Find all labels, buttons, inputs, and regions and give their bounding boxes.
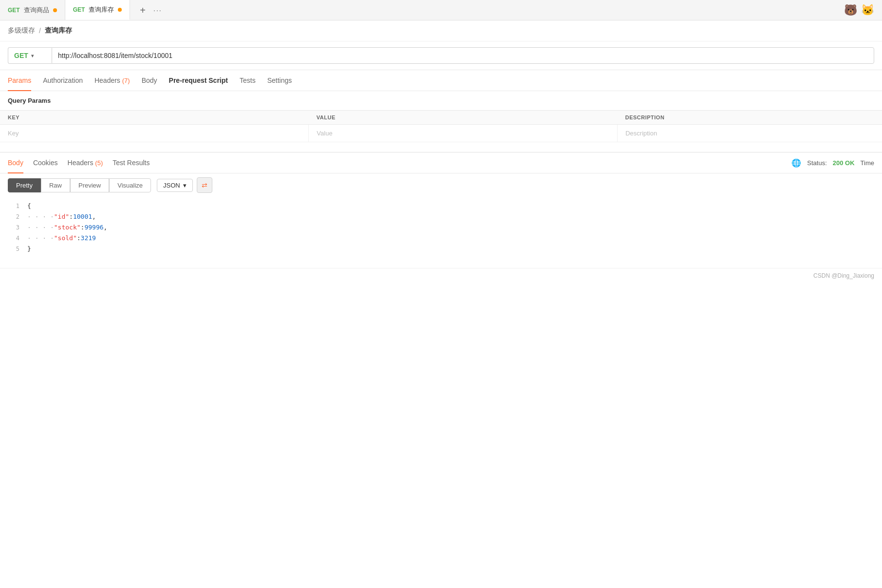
req-tab-prerequest-label: Pre-request Script <box>169 76 228 84</box>
req-tab-prerequest[interactable]: Pre-request Script <box>169 71 228 91</box>
json-viewer: 1 { 2 · · · · "id" : 10001 , 3 · · · · "… <box>0 197 882 258</box>
method-chevron-icon: ▾ <box>31 53 34 58</box>
json-val-sold: 3219 <box>81 233 96 244</box>
wrap-icon: ⇄ <box>202 181 207 189</box>
request-tabs: Params Authorization Headers (7) Body Pr… <box>0 70 882 91</box>
json-comma-stock: , <box>104 222 108 233</box>
json-comma-id: , <box>92 211 96 222</box>
req-tab-headers-badge: (7) <box>122 77 130 84</box>
avatar-icon: 🐻 <box>844 4 857 17</box>
code-tab-visualize[interactable]: Visualize <box>109 178 151 192</box>
req-tab-settings[interactable]: Settings <box>267 71 292 91</box>
json-line-3: 3 · · · · "stock" : 99996 , <box>0 222 882 233</box>
json-indent-4: · · · · <box>27 233 54 244</box>
json-close-brace: } <box>27 244 31 254</box>
line-num-1: 1 <box>4 201 19 211</box>
json-colon-sold: : <box>77 233 81 244</box>
code-tabs: Pretty Raw Preview Visualize JSON ▾ ⇄ <box>0 173 882 197</box>
code-tab-pretty[interactable]: Pretty <box>8 178 41 192</box>
time-label: Time <box>861 159 874 167</box>
response-status: 🌐 Status: 200 OK Time <box>791 158 874 168</box>
tab-label-goods: 查询商品 <box>24 6 49 15</box>
json-line-1: 1 { <box>0 201 882 211</box>
col-header-description: DESCRIPTION <box>618 111 882 125</box>
status-label: Status: <box>807 159 826 167</box>
json-key-id: "id" <box>54 211 69 222</box>
breadcrumb-current: 查询库存 <box>45 26 72 35</box>
json-indent-2: · · · · <box>27 211 54 222</box>
json-colon-id: : <box>69 211 73 222</box>
resp-tab-headers-label: Headers <box>68 159 94 167</box>
resp-tab-test-results-label: Test Results <box>113 159 150 167</box>
json-key-stock: "stock" <box>54 222 81 233</box>
globe-icon: 🌐 <box>791 158 801 168</box>
tab-bar-right: 🐻 🐱 <box>844 4 882 17</box>
tab-query-goods[interactable]: GET 查询商品 <box>0 0 65 20</box>
line-num-5: 5 <box>4 244 19 254</box>
tab-more-button[interactable]: ··· <box>153 6 162 14</box>
tab-dot-stock <box>118 8 122 12</box>
tab-actions: + ··· <box>132 5 169 15</box>
json-line-4: 4 · · · · "sold" : 3219 <box>0 233 882 244</box>
params-table: KEY VALUE DESCRIPTION Key Value Descript… <box>0 110 882 142</box>
req-tab-authorization[interactable]: Authorization <box>43 71 83 91</box>
query-params-title: Query Params <box>0 91 882 110</box>
line-num-4: 4 <box>4 233 19 243</box>
json-val-id: 10001 <box>73 211 92 222</box>
tab-query-stock[interactable]: GET 查询库存 <box>65 0 131 20</box>
json-line-5: 5 } <box>0 244 882 254</box>
json-colon-stock: : <box>81 222 85 233</box>
params-key-cell[interactable]: Key <box>0 125 309 142</box>
tab-bar: GET 查询商品 GET 查询库存 + ··· 🐻 🐱 <box>0 0 882 20</box>
response-section: Body Cookies Headers (5) Test Results 🌐 … <box>0 152 882 258</box>
url-input[interactable] <box>52 47 874 64</box>
params-value-cell[interactable]: Value <box>309 125 618 142</box>
tab-label-stock: 查询库存 <box>89 5 114 14</box>
req-tab-params-label: Params <box>8 76 31 84</box>
resp-tab-headers[interactable]: Headers (5) <box>68 153 103 173</box>
json-val-stock: 99996 <box>84 222 103 233</box>
req-tab-headers-label: Headers <box>94 76 120 84</box>
req-tab-params[interactable]: Params <box>8 71 31 91</box>
req-tab-body-label: Body <box>142 76 157 84</box>
resp-tab-test-results[interactable]: Test Results <box>113 153 150 173</box>
breadcrumb: 多级缓存 / 查询库存 <box>0 20 882 41</box>
footer-text: CSDN @Ding_Jiaxiong <box>813 272 874 279</box>
breadcrumb-separator: / <box>39 27 41 35</box>
tab-method-get-stock: GET <box>73 6 85 13</box>
resp-tab-cookies[interactable]: Cookies <box>33 153 58 173</box>
footer: CSDN @Ding_Jiaxiong <box>0 268 882 283</box>
resp-tab-headers-badge: (5) <box>95 159 103 167</box>
req-tab-headers[interactable]: Headers (7) <box>94 71 130 91</box>
code-tab-preview[interactable]: Preview <box>70 178 109 192</box>
params-description-cell[interactable]: Description <box>618 125 882 142</box>
mascot-icon: 🐱 <box>861 4 874 17</box>
line-num-2: 2 <box>4 212 19 222</box>
format-select[interactable]: JSON ▾ <box>157 179 193 192</box>
req-tab-body[interactable]: Body <box>142 71 157 91</box>
status-ok-badge: 200 OK <box>833 159 855 167</box>
params-placeholder-row: Key Value Description <box>0 125 882 142</box>
resp-tab-body-label: Body <box>8 159 23 167</box>
resp-tab-cookies-label: Cookies <box>33 159 58 167</box>
response-tabs: Body Cookies Headers (5) Test Results 🌐 … <box>0 152 882 173</box>
json-line-2: 2 · · · · "id" : 10001 , <box>0 211 882 222</box>
code-tab-raw[interactable]: Raw <box>41 178 70 192</box>
req-tab-authorization-label: Authorization <box>43 76 83 84</box>
col-header-key: KEY <box>0 111 309 125</box>
line-num-3: 3 <box>4 223 19 232</box>
method-value: GET <box>14 52 28 59</box>
breadcrumb-parent[interactable]: 多级缓存 <box>8 26 35 35</box>
json-key-sold: "sold" <box>54 233 77 244</box>
tab-add-button[interactable]: + <box>140 5 146 15</box>
json-open-brace: { <box>27 201 31 211</box>
method-select[interactable]: GET ▾ <box>8 47 52 64</box>
col-header-value: VALUE <box>309 111 618 125</box>
req-tab-tests[interactable]: Tests <box>240 71 256 91</box>
url-bar: GET ▾ <box>0 41 882 70</box>
format-value: JSON <box>163 182 180 189</box>
wrap-button[interactable]: ⇄ <box>197 177 212 193</box>
json-indent-3: · · · · <box>27 222 54 233</box>
format-chevron-icon: ▾ <box>183 182 187 189</box>
resp-tab-body[interactable]: Body <box>8 153 23 173</box>
